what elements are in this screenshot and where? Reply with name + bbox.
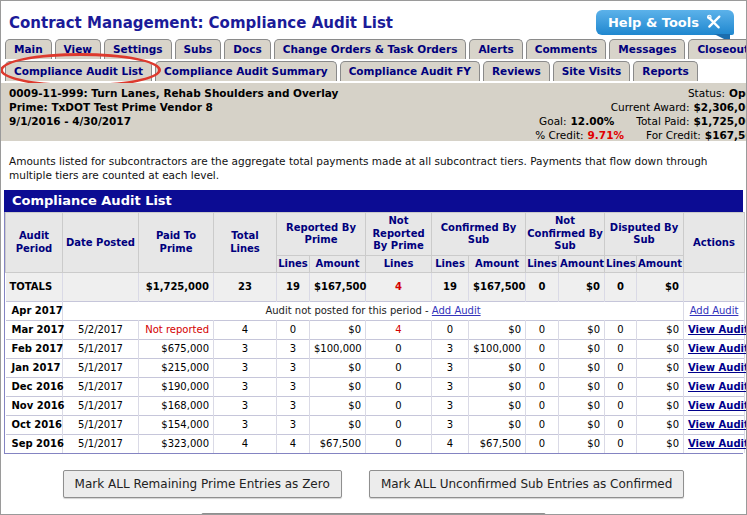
cell xyxy=(63,273,139,302)
cell: $167,500 xyxy=(469,273,526,302)
cell-period: Jan 2017 xyxy=(6,359,63,378)
col-audit-period: Audit Period xyxy=(6,213,63,273)
tab-comments[interactable]: Comments xyxy=(526,39,607,59)
cell: 0 xyxy=(526,321,559,340)
cell: 19 xyxy=(277,273,310,302)
tab-compliance-audit-list-wrap: Compliance Audit List xyxy=(5,61,152,81)
current-award-value: $2,306,000 xyxy=(694,101,747,113)
cell: $0 xyxy=(637,416,684,435)
cell: $0 xyxy=(637,359,684,378)
audit-row: Dec 2016 5/1/2017 $190,000 3 3 $0 0 3 $0… xyxy=(6,378,745,397)
cell: 3 xyxy=(277,416,310,435)
tab-compliance-audit-fy[interactable]: Compliance Audit FY xyxy=(340,61,480,81)
cell: $0 xyxy=(637,397,684,416)
cell: 5/1/2017 xyxy=(63,340,139,359)
view-audit-link[interactable]: View Audit xyxy=(688,381,747,392)
add-audit-link[interactable]: Add Audit xyxy=(432,305,481,316)
totals-row: TOTALS $1,725,000 23 19 $167,500 4 19 $1… xyxy=(6,273,745,302)
cell: 0 xyxy=(526,435,559,454)
col-total-lines: Total Lines xyxy=(214,213,277,273)
tab-compliance-audit-list[interactable]: Compliance Audit List xyxy=(5,61,152,81)
header-group-row: Audit Period Date Posted Paid To Prime T… xyxy=(6,213,745,256)
view-audit-link[interactable]: View Audit xyxy=(688,419,747,430)
col-dbs-amount: Amount xyxy=(637,255,684,273)
cell: $0 xyxy=(310,416,366,435)
col-cbs-lines: Lines xyxy=(432,255,469,273)
tab-site-visits[interactable]: Site Visits xyxy=(553,61,631,81)
cell: 3 xyxy=(214,397,277,416)
tab-bars: Main View Settings Subs Docs Change Orde… xyxy=(5,39,746,81)
col-not-reported-by-prime: Not Reported By Prime xyxy=(366,213,432,256)
not-posted-message-cell: Audit not posted for this period - Add A… xyxy=(63,302,684,321)
cell: $167,500 xyxy=(310,273,366,302)
col-rbp-amount: Amount xyxy=(310,255,366,273)
view-audit-link[interactable]: View Audit xyxy=(688,400,747,411)
cell: 0 xyxy=(366,359,432,378)
tab-docs[interactable]: Docs xyxy=(224,39,270,59)
for-credit-value: $167,500 xyxy=(705,129,747,141)
col-actions: Actions xyxy=(684,213,745,273)
tab-messages[interactable]: Messages xyxy=(609,39,685,59)
tab-view[interactable]: View xyxy=(55,39,101,59)
tab-settings[interactable]: Settings xyxy=(104,39,172,59)
audit-row: Sep 2016 5/1/2017 $323,000 4 4 $67,500 0… xyxy=(6,435,745,454)
add-audit-action-link[interactable]: Add Audit xyxy=(690,305,739,316)
tab-reports[interactable]: Reports xyxy=(633,61,697,81)
for-credit-pair: For Credit:$167,500 xyxy=(646,128,747,142)
cell: 0 xyxy=(432,321,469,340)
tab-reviews[interactable]: Reviews xyxy=(483,61,550,81)
current-award-pair: Current Award:$2,306,000 xyxy=(611,100,747,114)
cell: $0 xyxy=(559,359,605,378)
tab-row-secondary: Compliance Audit List Compliance Audit S… xyxy=(5,61,746,81)
audit-row: Feb 2017 5/1/2017 $675,000 3 3 $100,000 … xyxy=(6,340,745,359)
table-banner: Compliance Audit List xyxy=(4,190,743,212)
cell: 4 xyxy=(432,435,469,454)
cell: 23 xyxy=(214,273,277,302)
totals-label: TOTALS xyxy=(6,273,63,302)
actions-cell: View Audit xyxy=(684,378,745,397)
cell: $0 xyxy=(310,378,366,397)
actions-cell: View Audit xyxy=(684,321,745,340)
cell: $0 xyxy=(469,321,526,340)
tab-closeout[interactable]: Closeout xyxy=(688,39,747,59)
mark-sub-confirmed-button[interactable]: Mark ALL Unconfirmed Sub Entries as Conf… xyxy=(369,470,685,498)
view-audit-link[interactable]: View Audit xyxy=(688,343,747,354)
col-rbp-lines: Lines xyxy=(277,255,310,273)
cell-period: Dec 2016 xyxy=(6,378,63,397)
col-cbs-amount: Amount xyxy=(469,255,526,273)
cell: 19 xyxy=(432,273,469,302)
tab-subs[interactable]: Subs xyxy=(175,39,222,59)
cell: 3 xyxy=(214,416,277,435)
actions-cell: View Audit xyxy=(684,359,745,378)
cell: $0 xyxy=(637,321,684,340)
tab-change-orders[interactable]: Change Orders & Task Orders xyxy=(274,39,467,59)
cell: $0 xyxy=(559,378,605,397)
cell: 0 xyxy=(366,378,432,397)
col-reported-by-prime: Reported By Prime xyxy=(277,213,366,256)
view-audit-link[interactable]: View Audit xyxy=(688,438,747,449)
cell: 0 xyxy=(526,359,559,378)
view-audit-link[interactable]: View Audit xyxy=(688,324,747,335)
view-audit-link[interactable]: View Audit xyxy=(688,362,747,373)
cell: $0 xyxy=(310,359,366,378)
col-nrbp-lines: Lines xyxy=(366,255,432,273)
cell: 0 xyxy=(605,397,637,416)
col-disputed-by-sub: Disputed By Sub xyxy=(605,213,684,256)
cell: $215,000 xyxy=(139,359,214,378)
cell: 5/1/2017 xyxy=(63,378,139,397)
current-award-line: Current Award:$2,306,000 xyxy=(535,100,747,114)
cell: $0 xyxy=(469,378,526,397)
cell: 0 xyxy=(605,340,637,359)
help-tools-button[interactable]: Help & Tools xyxy=(596,10,734,35)
cell: 4 xyxy=(366,321,432,340)
subcontractor-note: Amounts listed for subcontractors are th… xyxy=(9,155,744,182)
cell: 0 xyxy=(526,378,559,397)
contract-prime: Prime: TxDOT Test Prime Vendor 8 xyxy=(9,100,338,114)
mark-prime-zero-button[interactable]: Mark ALL Remaining Prime Entries as Zero xyxy=(63,470,342,498)
tab-main[interactable]: Main xyxy=(5,39,52,59)
tab-alerts[interactable]: Alerts xyxy=(469,39,522,59)
cell: 3 xyxy=(277,378,310,397)
cell: 4 xyxy=(214,321,277,340)
cell: 0 xyxy=(366,340,432,359)
tab-compliance-audit-summary[interactable]: Compliance Audit Summary xyxy=(155,61,337,81)
